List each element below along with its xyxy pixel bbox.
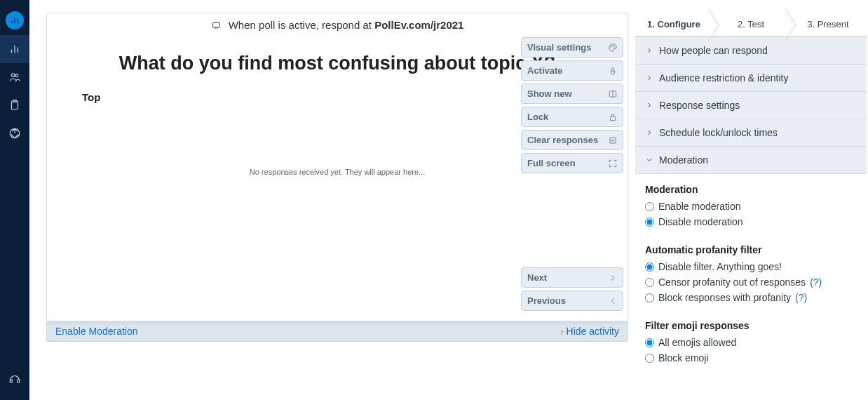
- step-present[interactable]: 3. Present: [789, 13, 867, 36]
- radio-disable-moderation-input[interactable]: [645, 218, 654, 227]
- palette-icon: [607, 42, 618, 53]
- next-button[interactable]: Next: [521, 267, 623, 288]
- emoji-heading: Filter emoji responses: [645, 320, 857, 331]
- logo-icon[interactable]: [0, 6, 29, 35]
- chevron-right-icon: [645, 46, 653, 55]
- step-configure[interactable]: 1. Configure: [635, 13, 712, 36]
- hide-activity-link[interactable]: ↑ Hide activity: [560, 326, 619, 337]
- fullscreen-button[interactable]: Full screen: [521, 153, 623, 173]
- svg-point-16: [614, 46, 615, 47]
- acc-response-settings-label: Response settings: [659, 100, 740, 111]
- nav-support[interactable]: [0, 365, 29, 393]
- acc-moderation-label: Moderation: [659, 154, 708, 166]
- chevron-right-icon: [645, 101, 653, 109]
- stage-controls: Visual settings Activate Show new Lock C…: [521, 37, 623, 176]
- main-area: When poll is active, respond at PollEv.c…: [29, 0, 868, 400]
- chevron-right-icon: [607, 272, 618, 284]
- lock-icon: [607, 112, 618, 123]
- radio-emoji-block[interactable]: Block emoji: [645, 352, 857, 364]
- wizard-steps: 1. Configure 2. Test 3. Present: [635, 13, 867, 36]
- nav-activities[interactable]: [0, 35, 29, 63]
- moderation-panel: Moderation Enable moderation Disable mod…: [635, 174, 867, 371]
- poll-stage: When poll is active, respond at PollEv.c…: [46, 13, 628, 321]
- radio-profanity-block[interactable]: Block responses with profanity (?): [645, 292, 857, 303]
- poll-question: What do you find most confusing about to…: [82, 52, 592, 74]
- next-label: Next: [527, 272, 547, 283]
- acc-response-settings[interactable]: Response settings: [635, 92, 867, 119]
- activate-label: Activate: [527, 65, 563, 76]
- help-link-censor[interactable]: (?): [810, 276, 822, 288]
- left-nav-rail: [0, 0, 29, 400]
- clear-responses-button[interactable]: Clear responses: [521, 130, 623, 150]
- activate-icon: [607, 65, 618, 76]
- lock-button[interactable]: Lock: [521, 107, 623, 127]
- lock-label: Lock: [527, 112, 548, 122]
- radio-profanity-disable-label: Disable filter. Anything goes!: [658, 261, 782, 272]
- columns-icon: [607, 88, 618, 100]
- visual-settings-button[interactable]: Visual settings: [521, 37, 623, 58]
- acc-how-respond-label: How people can respond: [659, 45, 768, 56]
- acc-audience-label: Audience restriction & identity: [659, 72, 788, 84]
- radio-profanity-disable[interactable]: Disable filter. Anything goes!: [645, 261, 857, 272]
- nav-reports[interactable]: [0, 119, 29, 147]
- svg-rect-12: [18, 380, 20, 383]
- step-present-label: 3. Present: [807, 19, 848, 29]
- fullscreen-label: Full screen: [527, 158, 576, 168]
- respond-prefix: When poll is active, respond at: [229, 19, 374, 31]
- radio-profanity-censor[interactable]: Censor profanity out of responses (?): [645, 276, 857, 288]
- activate-button[interactable]: Activate: [521, 60, 623, 81]
- visual-settings-label: Visual settings: [527, 42, 592, 53]
- radio-emoji-block-label: Block emoji: [658, 352, 709, 364]
- top-label: Top: [82, 91, 592, 103]
- clear-label: Clear responses: [527, 135, 598, 145]
- expand-icon: [607, 158, 618, 169]
- radio-emoji-block-input[interactable]: [645, 354, 654, 363]
- svg-rect-13: [212, 22, 219, 27]
- acc-schedule[interactable]: Schedule lock/unlock times: [635, 119, 867, 147]
- chevron-left-icon: [607, 295, 618, 307]
- svg-point-7: [15, 74, 18, 77]
- radio-disable-moderation-label: Disable moderation: [658, 216, 743, 227]
- acc-how-respond[interactable]: How people can respond: [635, 37, 867, 65]
- radio-profanity-disable-input[interactable]: [645, 262, 654, 272]
- stage-column: When poll is active, respond at PollEv.c…: [46, 13, 628, 400]
- radio-emoji-allow-input[interactable]: [645, 338, 654, 347]
- help-link-block[interactable]: (?): [795, 292, 807, 303]
- show-new-button[interactable]: Show new: [521, 84, 623, 104]
- empty-state-text: No responses received yet. They will app…: [82, 168, 592, 176]
- previous-button[interactable]: Previous: [521, 291, 623, 311]
- config-accordion: How people can respond Audience restrict…: [635, 36, 867, 371]
- config-sidebar: 1. Configure 2. Test 3. Present How peop…: [635, 13, 867, 400]
- svg-point-6: [12, 74, 15, 77]
- svg-rect-19: [611, 116, 616, 120]
- chevron-down-icon: [645, 156, 653, 164]
- acc-schedule-label: Schedule lock/unlock times: [659, 127, 778, 138]
- nav-participants[interactable]: [0, 63, 29, 91]
- show-new-label: Show new: [527, 88, 572, 99]
- radio-profanity-censor-label: Censor profanity out of responses: [658, 276, 806, 288]
- acc-audience[interactable]: Audience restriction & identity: [635, 65, 867, 92]
- enable-moderation-link[interactable]: Enable Moderation: [55, 326, 138, 337]
- svg-point-14: [611, 46, 611, 47]
- radio-enable-moderation[interactable]: Enable moderation: [645, 201, 857, 212]
- arrow-up-icon: ↑: [560, 328, 567, 336]
- stage-footer: Enable Moderation ↑ Hide activity: [46, 321, 628, 342]
- radio-emoji-allow[interactable]: All emojis allowed: [645, 337, 857, 348]
- radio-profanity-block-input[interactable]: [645, 293, 654, 302]
- radio-disable-moderation[interactable]: Disable moderation: [645, 216, 857, 227]
- stage-nav: Next Previous: [521, 267, 623, 314]
- radio-emoji-allow-label: All emojis allowed: [658, 337, 736, 348]
- hide-activity-label: Hide activity: [567, 326, 619, 337]
- radio-enable-moderation-label: Enable moderation: [658, 201, 741, 212]
- step-test[interactable]: 2. Test: [712, 13, 789, 36]
- nav-surveys[interactable]: [0, 91, 29, 119]
- radio-enable-moderation-input[interactable]: [645, 202, 654, 211]
- acc-moderation[interactable]: Moderation: [635, 147, 867, 174]
- respond-url: PollEv.com/jr2021: [374, 19, 463, 31]
- svg-rect-11: [10, 380, 12, 383]
- chevron-right-icon: [645, 74, 653, 82]
- radio-profanity-censor-input[interactable]: [645, 278, 654, 287]
- profanity-heading: Automatic profanity filter: [645, 244, 857, 255]
- clear-icon: [607, 135, 618, 146]
- moderation-heading: Moderation: [645, 184, 857, 195]
